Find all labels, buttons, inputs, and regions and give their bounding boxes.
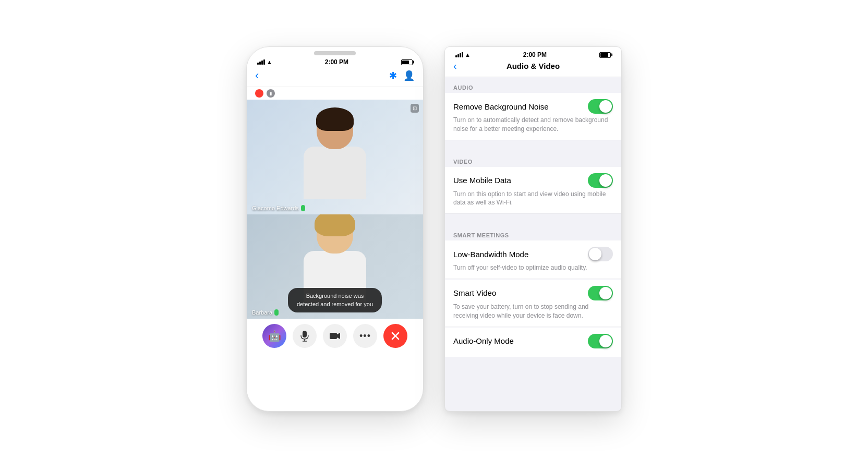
setting-desc-mobile-data: Turn on this option to start and view vi… <box>453 190 613 208</box>
mute-button[interactable] <box>293 324 317 348</box>
battery-area-right <box>599 52 611 58</box>
participants-icon[interactable]: 👤 <box>403 70 415 81</box>
signal-bars <box>257 59 265 65</box>
setting-row-low-bandwidth: Low-Bandwidth Mode <box>453 247 613 261</box>
signal-bars-right <box>455 52 463 57</box>
setting-low-bandwidth: Low-Bandwidth Mode Turn off your self-vi… <box>445 240 621 279</box>
setting-label-audio-only: Audio-Only Mode <box>453 336 514 345</box>
setting-row-bg-noise: Remove Background Noise <box>453 99 613 114</box>
record-indicator <box>255 89 263 98</box>
toggle-knob-audio-only <box>599 335 612 347</box>
section-video: VIDEO <box>445 151 621 167</box>
section-audio: AUDIO <box>445 77 621 93</box>
setting-audio-only: Audio-Only Mode <box>445 328 621 357</box>
person-name-bottom: Barbara <box>252 309 272 316</box>
head-woman <box>317 214 353 254</box>
person-video-top <box>247 100 423 214</box>
svg-marker-4 <box>337 333 340 339</box>
recording-bar: ▮ <box>247 87 423 100</box>
end-call-icon <box>390 331 401 341</box>
setting-remove-bg-noise: Remove Background Noise Turn on to autom… <box>445 93 621 140</box>
hair-man <box>316 107 354 131</box>
divider-2 <box>445 214 621 225</box>
status-time-right: 2:00 PM <box>471 51 599 58</box>
expand-icon-top[interactable]: ⊡ <box>411 104 419 113</box>
video-label-bottom: Barbara <box>252 309 279 316</box>
more-dots: ••• <box>359 331 371 342</box>
setting-label-low-bandwidth: Low-Bandwidth Mode <box>453 250 528 259</box>
svg-rect-3 <box>330 333 337 339</box>
bluetooth-icon[interactable]: ✱ <box>389 70 397 81</box>
back-button-settings[interactable]: ‹ <box>453 60 457 72</box>
status-time-left: 2:00 PM <box>272 58 401 66</box>
camera-button[interactable] <box>323 324 347 348</box>
svg-rect-0 <box>303 331 307 338</box>
toggle-audio-only[interactable] <box>588 334 613 348</box>
status-bar-left: ▲ 2:00 PM <box>247 55 423 67</box>
battery-icon-right <box>599 52 611 58</box>
divider-1 <box>445 141 621 151</box>
head-man <box>317 110 353 149</box>
setting-row-audio-only: Audio-Only Mode <box>453 334 613 348</box>
toast-notification: Background noise was detected and remove… <box>288 288 382 312</box>
setting-row-smart-video: Smart Video <box>453 286 613 300</box>
setting-desc-bg-noise: Turn on to automatically detect and remo… <box>453 116 613 134</box>
setting-use-mobile-data: Use Mobile Data Turn on this option to s… <box>445 167 621 214</box>
nav-icons: ✱ 👤 <box>389 70 415 81</box>
toggle-knob-low-bandwidth <box>589 248 601 260</box>
phone-notch <box>314 51 356 55</box>
status-bar-right: ▲ 2:00 PM <box>453 50 613 61</box>
wifi-icon: ▲ <box>267 59 272 65</box>
section-smart-meetings: SMART MEETINGS <box>445 225 621 240</box>
camera-icon <box>329 332 341 340</box>
person-name-top: Giacomo Edwards <box>252 205 299 211</box>
setting-label-bg-noise: Remove Background Noise <box>453 102 549 111</box>
nav-bar-left: ‹ ✱ 👤 <box>247 67 423 87</box>
right-phone: ▲ 2:00 PM ‹ Audio & Video AUDIO Remov <box>444 46 622 412</box>
settings-body: AUDIO Remove Background Noise Turn on to… <box>445 77 621 406</box>
pause-indicator: ▮ <box>267 89 275 98</box>
toggle-low-bandwidth[interactable] <box>588 247 613 261</box>
hair-woman <box>315 214 355 236</box>
end-call-button[interactable] <box>383 324 407 348</box>
toggle-knob-smart-video <box>599 287 612 299</box>
toast-text: Background noise was detected and remove… <box>297 293 373 307</box>
mic-indicator-top <box>301 205 305 211</box>
setting-desc-low-bandwidth: Turn off your self-video to optimize aud… <box>453 263 613 272</box>
setting-label-smart-video: Smart Video <box>453 288 496 297</box>
ai-button[interactable]: 🤖 <box>262 324 286 348</box>
settings-header: ▲ 2:00 PM ‹ Audio & Video <box>445 47 621 77</box>
toggle-knob-bg-noise <box>599 100 612 113</box>
toggle-mobile-data[interactable] <box>588 173 613 188</box>
controls-bar: 🤖 ••• <box>247 319 423 353</box>
ai-avatar: 🤖 <box>262 324 286 348</box>
video-label-top: Giacomo Edwards <box>252 205 305 211</box>
setting-desc-smart-video: To save your battery, turn on to stop se… <box>453 303 613 320</box>
battery-icon <box>401 59 413 65</box>
signal-area: ▲ <box>257 59 272 65</box>
person-giacomo <box>298 110 371 214</box>
toggle-remove-bg-noise[interactable] <box>588 99 613 114</box>
body-man <box>304 147 366 199</box>
setting-label-mobile-data: Use Mobile Data <box>453 176 511 185</box>
video-bottom: Barbara Background noise was detected an… <box>247 214 423 319</box>
toggle-smart-video[interactable] <box>588 286 613 300</box>
settings-page-title: Audio & Video <box>507 62 560 70</box>
toggle-knob-mobile-data <box>599 174 612 187</box>
video-top: Giacomo Edwards ⊡ <box>247 100 423 214</box>
main-scene: ▲ 2:00 PM ‹ ✱ 👤 ▮ <box>246 46 622 412</box>
more-button[interactable]: ••• <box>353 324 377 348</box>
battery-area <box>401 59 413 65</box>
back-button-left[interactable]: ‹ <box>255 69 259 82</box>
left-phone: ▲ 2:00 PM ‹ ✱ 👤 ▮ <box>246 46 424 412</box>
settings-title-row: ‹ Audio & Video <box>453 61 613 73</box>
setting-smart-video: Smart Video To save your battery, turn o… <box>445 280 621 327</box>
mic-icon <box>300 330 309 342</box>
wifi-icon-right: ▲ <box>465 52 471 58</box>
signal-area-right: ▲ <box>455 52 471 58</box>
setting-row-mobile-data: Use Mobile Data <box>453 173 613 188</box>
mic-indicator-bottom <box>274 309 279 316</box>
